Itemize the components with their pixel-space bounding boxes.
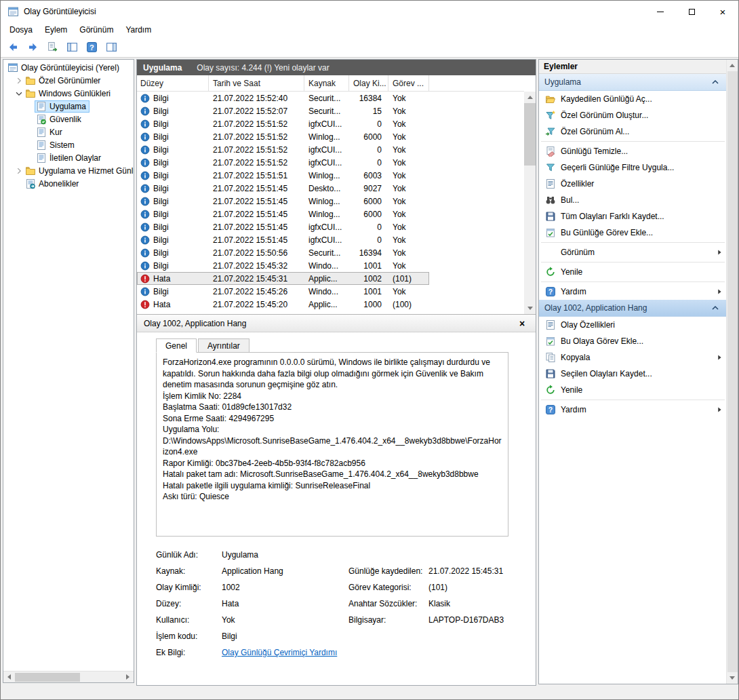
tree-item[interactable]: Uygulama bbox=[3, 100, 134, 113]
action-item[interactable]: Olay Özellikleri bbox=[539, 317, 726, 333]
table-row[interactable]: Bilgi 21.07.2022 15:51:52 igfxCUI... 0 Y… bbox=[137, 143, 429, 156]
toolbar-button[interactable]: ? bbox=[83, 39, 100, 56]
chevron-icon[interactable] bbox=[14, 179, 24, 189]
table-row[interactable]: Bilgi 21.07.2022 15:51:51 Winlog... 6003… bbox=[137, 169, 429, 182]
info-icon bbox=[140, 184, 150, 193]
tree-item[interactable]: Özel Görünümler bbox=[3, 74, 134, 87]
field-label: Anahtar Sözcükler: bbox=[348, 599, 428, 608]
chevron-right-icon[interactable] bbox=[14, 166, 24, 176]
table-row[interactable]: Bilgi 21.07.2022 15:51:45 Winlog... 6000… bbox=[137, 208, 429, 220]
scroll-right-button[interactable] bbox=[122, 672, 134, 683]
menu-item[interactable]: Görünüm bbox=[73, 22, 119, 37]
table-row[interactable]: Bilgi 21.07.2022 15:50:56 Securit... 163… bbox=[137, 246, 429, 259]
maximize-button[interactable] bbox=[676, 1, 707, 22]
table-vertical-scrollbar[interactable] bbox=[524, 92, 536, 314]
scroll-down-button[interactable] bbox=[524, 303, 536, 314]
column-header-datetime[interactable]: Tarih ve Saat bbox=[209, 75, 304, 91]
chevron-down-icon[interactable] bbox=[14, 89, 24, 98]
minimize-button[interactable] bbox=[645, 1, 676, 22]
toolbar-button[interactable] bbox=[5, 39, 22, 56]
action-item[interactable]: Bu Günlüğe Görev Ekle... bbox=[539, 225, 726, 241]
online-help-link[interactable]: Olay Günlüğü Çevrimiçi Yardımı bbox=[222, 648, 348, 657]
tree-item[interactable]: Güvenlik bbox=[3, 113, 134, 125]
table-row[interactable]: Hata 21.07.2022 15:45:20 Applic... 1000 … bbox=[137, 298, 429, 311]
scrollbar-thumb[interactable] bbox=[15, 673, 80, 682]
scroll-left-button[interactable] bbox=[3, 672, 15, 683]
tree-item[interactable]: Windows Günlükleri bbox=[3, 87, 134, 100]
action-item[interactable]: Seçilen Olayları Kaydet... bbox=[539, 366, 726, 382]
row-event-id: 6000 bbox=[349, 197, 388, 206]
tree-item[interactable]: Sistem bbox=[3, 138, 134, 151]
action-item[interactable]: Görünüm bbox=[539, 244, 726, 260]
action-item[interactable]: Geçerli Günlüğe Filtre Uygula... bbox=[539, 159, 726, 176]
close-button[interactable]: × bbox=[707, 1, 738, 22]
table-row[interactable]: Bilgi 21.07.2022 15:51:45 igfxCUI... 0 Y… bbox=[137, 233, 429, 246]
toolbar-button[interactable] bbox=[44, 39, 61, 56]
action-item[interactable]: Kopyala bbox=[539, 349, 726, 366]
table-row[interactable]: Hata 21.07.2022 15:45:31 Applic... 1002 … bbox=[137, 272, 429, 285]
titlebar: Olay Görüntüleyicisi × bbox=[1, 1, 738, 22]
table-row[interactable]: Bilgi 21.07.2022 15:51:52 igfxCUI... 0 Y… bbox=[137, 117, 429, 130]
action-item[interactable]: Tüm Olayları Farklı Kaydet... bbox=[539, 208, 726, 225]
table-row[interactable]: Bilgi 21.07.2022 15:51:52 igfxCUI... 0 Y… bbox=[137, 156, 429, 169]
action-group-header-event[interactable]: Olay 1002, Application Hang bbox=[539, 300, 726, 317]
tab-general[interactable]: Genel bbox=[156, 338, 197, 353]
scrollbar-track[interactable] bbox=[15, 672, 122, 683]
column-header-level[interactable]: Düzey bbox=[137, 75, 209, 91]
row-event-id: 1001 bbox=[349, 287, 388, 296]
row-source: Windo... bbox=[304, 261, 349, 271]
row-datetime: 21.07.2022 15:45:20 bbox=[209, 300, 304, 309]
action-group-log: Kaydedilen Günlüğü Aç... Özel Görünüm Ol… bbox=[539, 91, 726, 300]
toolbar-button[interactable] bbox=[24, 39, 41, 56]
toolbar-button[interactable] bbox=[64, 39, 81, 56]
chevron-right-icon[interactable] bbox=[14, 76, 24, 85]
scrollbar-thumb[interactable] bbox=[524, 103, 536, 166]
action-item[interactable]: Özel Görünüm Al... bbox=[539, 123, 726, 140]
column-header-event-id[interactable]: Olay Ki... bbox=[349, 75, 388, 91]
column-header-source[interactable]: Kaynak bbox=[304, 75, 349, 91]
table-row[interactable]: Bilgi 21.07.2022 15:45:32 Windo... 1001 … bbox=[137, 259, 429, 272]
tab-details[interactable]: Ayrıntılar bbox=[198, 338, 249, 353]
row-category: Yok bbox=[388, 197, 429, 206]
action-item[interactable]: Günlüğü Temizle... bbox=[539, 143, 726, 159]
event-viewer-icon bbox=[7, 62, 18, 73]
menu-item[interactable]: Yardım bbox=[119, 22, 157, 37]
scroll-down-button[interactable] bbox=[727, 672, 738, 684]
action-group-header-log[interactable]: Uygulama bbox=[539, 74, 726, 91]
action-item[interactable]: Yenile bbox=[539, 382, 726, 398]
table-row[interactable]: Bilgi 21.07.2022 15:51:45 igfxCUI... 0 Y… bbox=[137, 220, 429, 233]
properties-icon bbox=[545, 178, 556, 189]
table-row[interactable]: Bilgi 21.07.2022 15:52:40 Securit... 163… bbox=[137, 92, 429, 104]
action-item[interactable]: Özel Görünüm Oluştur... bbox=[539, 107, 726, 123]
tree-item[interactable]: Abonelikler bbox=[3, 177, 134, 190]
table-row[interactable]: Bilgi 21.07.2022 15:51:45 Deskto... 9027… bbox=[137, 182, 429, 195]
action-item[interactable]: Yenile bbox=[539, 264, 726, 280]
menu-item[interactable]: Eylem bbox=[39, 22, 73, 37]
table-row[interactable]: Bilgi 21.07.2022 15:52:07 Securit... 15 … bbox=[137, 104, 429, 117]
tree-item[interactable]: Kur bbox=[3, 125, 134, 138]
submenu-arrow-icon bbox=[715, 267, 724, 277]
actions-vertical-scrollbar[interactable] bbox=[726, 60, 738, 684]
action-item[interactable]: ? Yardım bbox=[539, 284, 726, 300]
menu-item[interactable]: Dosya bbox=[3, 22, 39, 37]
tree-item[interactable]: İletilen Olaylar bbox=[3, 151, 134, 164]
table-row[interactable]: Bilgi 21.07.2022 15:45:26 Windo... 1001 … bbox=[137, 285, 429, 298]
table-row[interactable]: Bilgi 21.07.2022 15:51:45 Winlog... 6000… bbox=[137, 195, 429, 208]
preview-close-button[interactable]: × bbox=[515, 317, 529, 330]
column-header-category[interactable]: Görev ... bbox=[388, 75, 429, 91]
scrollbar-thumb[interactable] bbox=[727, 71, 738, 672]
scroll-up-button[interactable] bbox=[524, 92, 536, 103]
table-row[interactable]: Bilgi 21.07.2022 15:51:52 Winlog... 6000… bbox=[137, 130, 429, 143]
scroll-up-button[interactable] bbox=[727, 60, 738, 71]
svg-text:?: ? bbox=[548, 406, 553, 414]
action-item[interactable]: ? Yardım bbox=[539, 402, 726, 418]
tree-item[interactable]: Uygulama ve Hizmet Günlük bbox=[3, 164, 134, 177]
action-item[interactable]: Bu Olaya Görev Ekle... bbox=[539, 333, 726, 349]
sidebar-horizontal-scrollbar[interactable] bbox=[3, 671, 134, 682]
info-icon bbox=[140, 287, 150, 296]
tree-item[interactable]: Olay Görüntüleyicisi (Yerel) bbox=[3, 61, 134, 74]
action-item[interactable]: Özellikler bbox=[539, 176, 726, 192]
action-item[interactable]: Kaydedilen Günlüğü Aç... bbox=[539, 91, 726, 107]
toolbar-button[interactable] bbox=[103, 39, 120, 56]
action-item[interactable]: Bul... bbox=[539, 192, 726, 208]
